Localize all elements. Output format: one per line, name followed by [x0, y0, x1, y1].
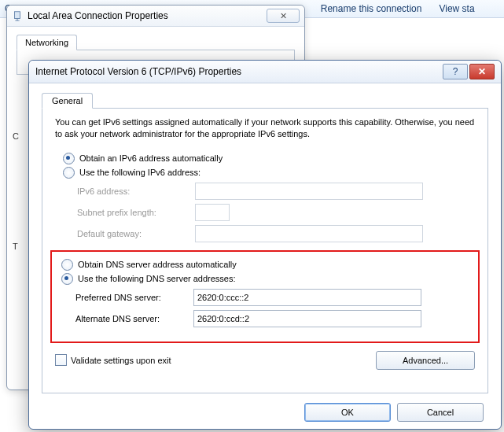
- radio-label: Obtain DNS server address automatically: [78, 260, 237, 269]
- advanced-button[interactable]: Advanced...: [376, 351, 475, 370]
- toolbar-rename[interactable]: Rename this connection: [321, 3, 422, 14]
- radio-obtain-address-auto[interactable]: Obtain an IPv6 address automatically: [63, 153, 475, 164]
- svg-rect-0: [15, 12, 20, 19]
- dns-highlight-box: Obtain DNS server address automatically …: [50, 250, 480, 343]
- general-panel: You can get IPv6 settings assigned autom…: [42, 109, 488, 393]
- radio-obtain-dns-auto[interactable]: Obtain DNS server address automatically: [61, 259, 472, 271]
- preferred-dns-label: Preferred DNS server:: [75, 293, 193, 302]
- radio-icon: [61, 259, 73, 271]
- inner-titlebar[interactable]: Internet Protocol Version 6 (TCP/IPv6) P…: [29, 61, 501, 83]
- outer-title: Local Area Connection Properties: [28, 10, 168, 21]
- radio-icon: [63, 167, 75, 179]
- radio-use-dns-manual[interactable]: Use the following DNS server addresses:: [61, 273, 472, 285]
- help-button[interactable]: ?: [443, 64, 468, 79]
- toolbar-view-status[interactable]: View sta: [439, 3, 474, 14]
- validate-checkbox[interactable]: [55, 354, 67, 366]
- ipv6-properties-dialog: Internet Protocol Version 6 (TCP/IPv6) P…: [28, 60, 502, 430]
- alternate-dns-label: Alternate DNS server:: [75, 314, 193, 323]
- outer-close-button[interactable]: ✕: [267, 9, 300, 23]
- ipv6-address-input: [195, 183, 423, 200]
- radio-label: Use the following DNS server addresses:: [78, 274, 236, 283]
- subnet-prefix-label: Subnet prefix length:: [77, 208, 195, 217]
- cancel-button[interactable]: Cancel: [397, 403, 484, 422]
- radio-icon: [63, 153, 75, 164]
- tab-networking[interactable]: Networking: [17, 35, 77, 50]
- close-button[interactable]: ✕: [469, 64, 495, 79]
- help-icon: ?: [453, 66, 458, 77]
- ipv6-address-label: IPv6 address:: [77, 186, 195, 196]
- default-gateway-input: [195, 225, 423, 242]
- ok-button[interactable]: OK: [304, 403, 391, 422]
- validate-label: Validate settings upon exit: [71, 356, 171, 365]
- default-gateway-label: Default gateway:: [77, 229, 195, 238]
- radio-use-address-manual[interactable]: Use the following IPv6 address:: [63, 167, 475, 179]
- alternate-dns-input[interactable]: [193, 310, 421, 327]
- radio-label: Use the following IPv6 address:: [79, 168, 200, 177]
- radio-label: Obtain an IPv6 address automatically: [79, 153, 223, 163]
- tab-general[interactable]: General: [42, 93, 93, 109]
- preferred-dns-input[interactable]: [193, 289, 421, 306]
- close-icon: ✕: [478, 66, 486, 77]
- network-adapter-icon: [12, 10, 23, 21]
- radio-icon: [61, 273, 73, 285]
- inner-title: Internet Protocol Version 6 (TCP/IPv6) P…: [35, 66, 241, 77]
- outer-edge-fragment: C T: [13, 124, 19, 258]
- close-icon: ✕: [280, 11, 287, 21]
- description-text: You can get IPv6 settings assigned autom…: [55, 116, 475, 140]
- subnet-prefix-input: [195, 204, 230, 221]
- outer-titlebar[interactable]: Local Area Connection Properties ✕: [7, 6, 304, 27]
